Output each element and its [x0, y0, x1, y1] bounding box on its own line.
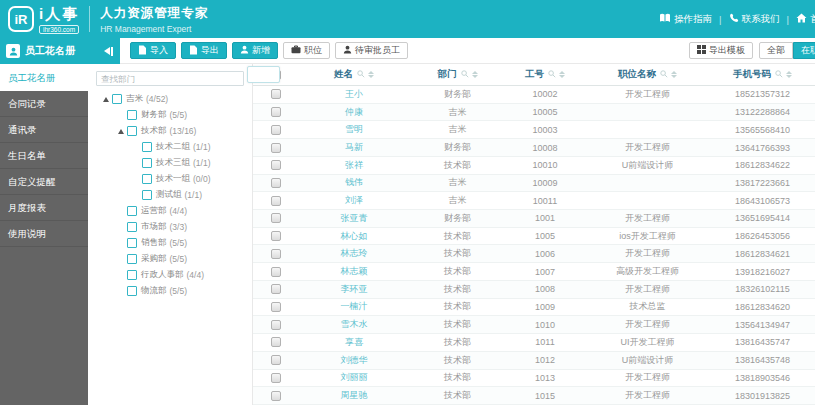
cell-name[interactable]: 仲康	[298, 106, 410, 119]
department-search-input[interactable]	[96, 71, 244, 86]
row-checkbox[interactable]	[271, 89, 281, 99]
row-checkbox[interactable]	[271, 143, 281, 153]
tree-node-行政人事部[interactable]: 行政人事部 (4/4)	[88, 267, 252, 283]
row-checkbox[interactable]	[271, 284, 281, 294]
row-checkbox[interactable]	[271, 302, 281, 312]
cell-name[interactable]: 刘德华	[298, 354, 410, 367]
sidebar-item-7[interactable]: 使用说明	[0, 221, 88, 247]
row-checkbox[interactable]	[271, 125, 281, 135]
tree-node-物流部[interactable]: 物流部 (5/5)	[88, 283, 252, 299]
cell-name[interactable]: 张祥	[298, 159, 410, 172]
toolbar-button-导出[interactable]: 导出	[181, 42, 227, 59]
tree-node-checkbox[interactable]	[127, 238, 137, 248]
export-template-button[interactable]: 导出模板	[689, 42, 753, 59]
search-icon[interactable]	[660, 69, 668, 80]
cell-name[interactable]: 林志玲	[298, 247, 410, 260]
column-header-部门[interactable]: 部门	[410, 68, 505, 81]
row-checkbox[interactable]	[271, 196, 281, 206]
column-header-姓名[interactable]: 姓名	[298, 68, 410, 81]
tree-node-checkbox[interactable]	[127, 254, 137, 264]
topbar-link-1[interactable]: 操作指南	[659, 13, 712, 26]
sidebar-item-6[interactable]: 月度报表	[0, 195, 88, 221]
tree-node-checkbox[interactable]	[112, 94, 122, 104]
tree-node-测试组[interactable]: 测试组 (1/1)	[88, 187, 252, 203]
toolbar-button-导入[interactable]: 导入	[130, 42, 176, 59]
sort-icon[interactable]	[559, 71, 565, 78]
sidebar-item-3[interactable]: 通讯录	[0, 117, 88, 143]
cell-name[interactable]: 钱伟	[298, 176, 410, 189]
row-checkbox[interactable]	[271, 320, 281, 330]
cell-name[interactable]: 林心如	[298, 230, 410, 243]
tree-node-checkbox[interactable]	[127, 286, 137, 296]
tree-node-技术一组[interactable]: 技术一组 (0/0)	[88, 171, 252, 187]
sort-icon[interactable]	[472, 71, 478, 78]
cell-name[interactable]: 李环亚	[298, 283, 410, 296]
row-checkbox[interactable]	[271, 267, 281, 277]
tree-node-运营部[interactable]: 运营部 (4/4)	[88, 203, 252, 219]
row-checkbox[interactable]	[271, 160, 281, 170]
tree-node-销售部[interactable]: 销售部 (5/5)	[88, 235, 252, 251]
row-checkbox[interactable]	[271, 373, 281, 383]
table-filter-input[interactable]	[247, 66, 280, 83]
row-checkbox[interactable]	[271, 107, 281, 117]
tree-node-采购部[interactable]: 采购部 (5/5)	[88, 251, 252, 267]
cell-name[interactable]: 雪木水	[298, 318, 410, 331]
column-header-工号[interactable]: 工号	[505, 68, 585, 81]
collapse-sidebar-icon[interactable]	[104, 47, 113, 56]
tree-node-checkbox[interactable]	[142, 142, 152, 152]
toolbar-button-职位[interactable]: 职位	[283, 42, 330, 59]
tree-node-checkbox[interactable]	[127, 206, 137, 216]
cell-name[interactable]: 刘丽丽	[298, 371, 410, 384]
tree-node-checkbox[interactable]	[127, 270, 137, 280]
cell-name[interactable]: 享喜	[298, 336, 410, 349]
sort-icon[interactable]	[671, 71, 677, 78]
cell-name[interactable]: 刘泽	[298, 194, 410, 207]
toolbar-button-新增[interactable]: 新增	[232, 42, 278, 59]
row-checkbox[interactable]	[271, 355, 281, 365]
row-checkbox[interactable]	[271, 231, 281, 241]
filter-active-button[interactable]: 在职	[793, 42, 815, 59]
cell-name[interactable]: 张亚青	[298, 212, 410, 225]
sidebar-item-4[interactable]: 生日名单	[0, 143, 88, 169]
tree-expand-arrow[interactable]	[100, 97, 112, 102]
row-checkbox[interactable]	[271, 249, 281, 259]
toolbar-button-待审批员工[interactable]: 待审批员工	[335, 42, 408, 59]
row-checkbox[interactable]	[271, 337, 281, 347]
cell-name[interactable]: 林志颖	[298, 265, 410, 278]
search-icon[interactable]	[461, 69, 469, 80]
cell-name[interactable]: 马新	[298, 141, 410, 154]
row-checkbox[interactable]	[271, 178, 281, 188]
filter-all-button[interactable]: 全部	[759, 42, 793, 59]
topbar-link-3[interactable]: 首页	[796, 13, 815, 26]
tree-node-checkbox[interactable]	[142, 190, 152, 200]
sort-icon[interactable]	[786, 71, 792, 78]
tree-node-市场部[interactable]: 市场部 (3/3)	[88, 219, 252, 235]
search-icon[interactable]	[775, 69, 783, 80]
sidebar-item-2[interactable]: 合同记录	[0, 91, 88, 117]
tree-expand-arrow[interactable]	[115, 129, 127, 134]
sidebar-item-5[interactable]: 自定义提醒	[0, 169, 88, 195]
column-header-职位名称[interactable]: 职位名称	[585, 68, 710, 81]
sidebar-item-1[interactable]: 员工花名册	[0, 64, 88, 91]
search-icon[interactable]	[357, 69, 365, 80]
tree-node-checkbox[interactable]	[127, 222, 137, 232]
tree-node-checkbox[interactable]	[127, 110, 137, 120]
row-checkbox[interactable]	[271, 391, 281, 401]
tree-node-技术三组[interactable]: 技术三组 (1/1)	[88, 155, 252, 171]
row-checkbox[interactable]	[271, 213, 281, 223]
topbar-link-2[interactable]: 联系我们	[729, 13, 780, 26]
tree-node-技术部[interactable]: 技术部 (13/16)	[88, 123, 252, 139]
cell-name[interactable]: 周星驰	[298, 389, 410, 402]
cell-name[interactable]: 王小	[298, 88, 410, 101]
tree-node-checkbox[interactable]	[127, 126, 137, 136]
cell-name[interactable]: 雪明	[298, 123, 410, 136]
tree-node-吉米[interactable]: 吉米 (4/52)	[88, 91, 252, 107]
tree-node-checkbox[interactable]	[142, 158, 152, 168]
sort-icon[interactable]	[368, 71, 374, 78]
tree-node-技术二组[interactable]: 技术二组 (1/1)	[88, 139, 252, 155]
tree-node-财务部[interactable]: 财务部 (5/5)	[88, 107, 252, 123]
column-header-手机号码[interactable]: 手机号码	[710, 68, 815, 81]
tree-node-checkbox[interactable]	[142, 174, 152, 184]
search-icon[interactable]	[548, 69, 556, 80]
cell-name[interactable]: 一楠汁	[298, 300, 410, 313]
